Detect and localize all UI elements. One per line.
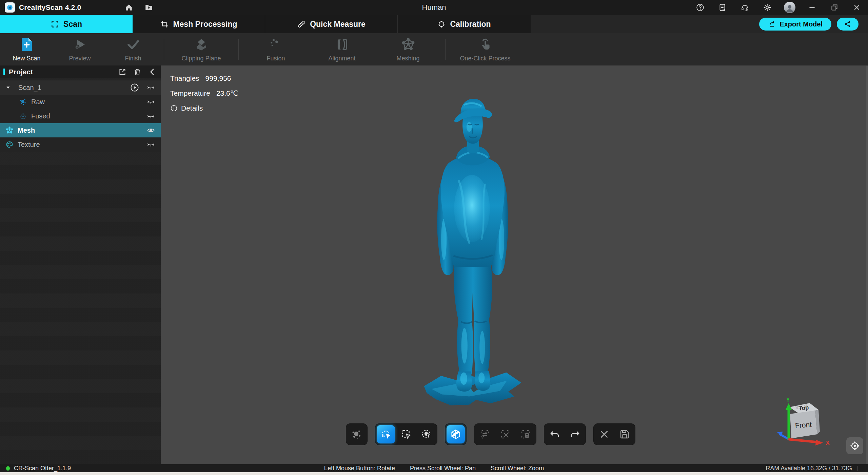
meshing-icon [400,37,416,52]
triangles-label: Triangles [170,74,199,82]
title-bar: CrealityScan 4.2.0 Human [0,0,868,15]
recenter-view-button[interactable] [846,437,863,454]
one-click-process-icon [477,37,493,52]
tree-item-raw[interactable]: Raw [0,95,161,109]
selection-toolbar [346,423,635,445]
redo-button[interactable] [566,425,584,443]
axis-y-label: Y [786,397,790,403]
preview-label: Preview [69,55,91,62]
tab-mesh-processing[interactable]: Mesh Processing [133,15,265,33]
lasso-select-button[interactable] [377,425,395,443]
alignment-label: Alignment [328,55,355,62]
release-notes-button[interactable] [711,0,734,15]
minimize-button[interactable] [801,0,823,15]
one-click-process-button: One-Click Process [450,37,521,62]
export-model-button[interactable]: Export Model [759,18,831,31]
invert-selection-button [476,425,494,443]
details-button[interactable]: Details [170,101,203,116]
finish-label: Finish [125,55,141,62]
texture-palette-icon [5,140,14,149]
fusion-icon [268,37,284,52]
device-name: CR-Scan Otter_1.1.9 [14,465,71,472]
tree-item-mesh[interactable]: Mesh [0,123,161,137]
visibility-toggle-closed-eye-icon[interactable] [146,83,156,92]
finish-check-icon [125,37,141,52]
delete-selection-button [516,425,535,443]
home-button[interactable] [124,3,133,12]
triangles-value: 999,956 [205,74,231,82]
viewport-3d[interactable]: Triangles999,956 Temperature23.6℃ Detail… [161,65,868,464]
status-divider [857,466,858,471]
open-project-button[interactable] [144,3,153,12]
tree-item-texture[interactable]: Texture [0,137,161,152]
point-cloud-icon [19,98,27,106]
app-title: CrealityScan 4.2.0 [19,3,81,12]
import-project-button[interactable] [117,67,127,77]
scan-stats: Triangles999,956 Temperature23.6℃ Detail… [170,71,238,116]
select-through-button[interactable] [447,425,465,443]
point-cloud-display-button[interactable] [348,425,366,443]
finish-button: Finish [106,37,160,62]
account-avatar[interactable] [778,0,801,15]
tab-calibration[interactable]: Calibration [398,15,530,33]
visibility-toggle-open-eye-icon[interactable] [146,126,156,135]
cube-face-front-label[interactable]: Front [795,420,812,429]
hint-zoom: Scroll Wheel: Zoom [491,465,544,472]
scanned-human-mesh[interactable] [417,95,529,414]
alignment-icon [334,37,350,52]
settings-button[interactable] [756,0,778,15]
brush-select-button[interactable] [417,425,436,443]
toolbar-divider [238,39,239,60]
save-edit-button[interactable] [615,425,634,443]
project-panel-header: Project [0,65,161,78]
rectangle-select-button[interactable] [397,425,415,443]
preview-button: Preview [53,37,106,62]
meshing-label: Meshing [396,55,419,62]
info-icon [170,104,178,112]
caret-down-icon[interactable] [5,85,11,90]
titlebar-divider [139,4,139,11]
tab-quick-measure[interactable]: Quick Measure [265,15,398,33]
new-scan-label: New Scan [13,55,40,62]
ram-available: RAM Available 16.32G / 31.73G [766,465,852,472]
close-button[interactable] [846,0,868,15]
share-button[interactable] [837,18,859,31]
mode-tab-bar: Scan Mesh Processing Quick Measure Calib… [0,15,868,33]
play-scan-button[interactable] [130,83,140,92]
tab-scan[interactable]: Scan [0,15,133,33]
tree-item-fused-label: Fused [31,112,50,120]
project-panel: Project Scan_1 Raw [0,65,161,464]
document-title: Human [422,3,446,12]
scan-toolbar: New Scan Preview Finish Clipping Plane F… [0,33,868,65]
view-orientation-cube[interactable]: Top Back Front Y X [774,396,832,454]
fusion-label: Fusion [267,55,285,62]
clipping-plane-button: Clipping Plane [168,37,234,62]
tree-item-mesh-label: Mesh [18,127,35,134]
help-button[interactable] [689,0,711,15]
one-click-process-label: One-Click Process [460,55,510,62]
tab-quick-measure-label: Quick Measure [310,20,366,29]
visibility-toggle-closed-eye-icon[interactable] [146,140,156,149]
cancel-edit-button[interactable] [595,425,613,443]
temperature-value: 23.6℃ [216,89,238,97]
tree-item-scan1-label: Scan_1 [18,84,41,92]
visibility-toggle-closed-eye-icon[interactable] [146,97,156,106]
undo-button[interactable] [546,425,564,443]
new-scan-button[interactable]: New Scan [0,37,53,62]
support-button[interactable] [734,0,756,15]
tab-mesh-processing-label: Mesh Processing [173,20,237,29]
delete-project-button[interactable] [132,67,142,77]
hint-pan: Press Scroll Wheel: Pan [410,465,476,472]
tree-item-fused[interactable]: Fused [0,109,161,123]
axis-x-label: X [826,440,830,446]
visibility-toggle-closed-eye-icon[interactable] [146,112,156,121]
viewport-scrollbar[interactable] [866,65,868,464]
toolbar-divider [164,39,164,60]
fusion-button: Fusion [243,37,309,62]
collapse-panel-button[interactable] [147,67,157,77]
restore-button[interactable] [823,0,846,15]
clipping-plane-icon [194,37,209,52]
tree-item-scan1[interactable]: Scan_1 [0,80,161,95]
hint-rotate: Left Mouse Button: Rotate [324,465,395,472]
tab-scan-label: Scan [63,20,82,29]
